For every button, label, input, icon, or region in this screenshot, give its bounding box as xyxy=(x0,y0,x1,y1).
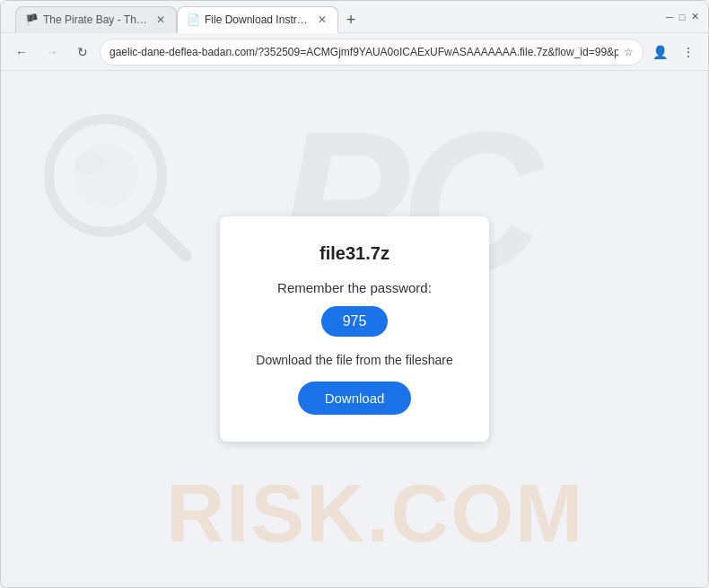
watermark-search-icon xyxy=(37,107,198,268)
back-button[interactable]: ← xyxy=(8,39,35,66)
address-input[interactable] xyxy=(109,46,618,58)
title-bar: 🏴 The Pirate Bay - The galaxy's m... ✕ 📄… xyxy=(1,1,708,33)
menu-button[interactable]: ⋮ xyxy=(676,39,701,65)
password-label: Remember the password: xyxy=(256,280,452,295)
tab1-label: The Pirate Bay - The galaxy's m... xyxy=(43,13,149,26)
svg-point-2 xyxy=(74,152,103,174)
download-card: file31.7z Remember the password: 975 Dow… xyxy=(220,216,488,442)
maximize-button[interactable]: □ xyxy=(676,11,688,23)
tabs-bar: 🏴 The Pirate Bay - The galaxy's m... ✕ 📄… xyxy=(15,1,663,33)
browser-window: 🏴 The Pirate Bay - The galaxy's m... ✕ 📄… xyxy=(0,0,709,588)
new-tab-button[interactable]: + xyxy=(338,8,363,33)
tab1-close-button[interactable]: ✕ xyxy=(154,13,167,26)
svg-point-0 xyxy=(49,119,162,233)
tab2-favicon-icon: 📄 xyxy=(187,13,199,26)
tab-file-download[interactable]: 📄 File Download Instructions for... ✕ xyxy=(177,6,338,33)
tab-pirate-bay[interactable]: 🏴 The Pirate Bay - The galaxy's m... ✕ xyxy=(15,6,177,33)
tab2-label: File Download Instructions for... xyxy=(205,13,311,26)
fileshare-text: Download the file from the fileshare xyxy=(256,353,452,367)
watermark-risk-text: RISK.COM xyxy=(166,468,584,560)
forward-button[interactable]: → xyxy=(39,39,66,66)
tab2-close-button[interactable]: ✕ xyxy=(316,13,328,26)
account-button[interactable]: 👤 xyxy=(647,39,672,65)
bookmark-icon[interactable]: ☆ xyxy=(624,46,634,58)
download-button[interactable]: Download xyxy=(298,382,412,415)
refresh-button[interactable]: ↻ xyxy=(69,39,96,66)
filename-text: file31.7z xyxy=(256,243,452,264)
svg-line-3 xyxy=(150,220,187,257)
minimize-button[interactable]: ─ xyxy=(663,11,676,23)
tab1-favicon-icon: 🏴 xyxy=(25,13,38,26)
address-bar[interactable]: ☆ xyxy=(100,39,643,66)
nav-bar: ← → ↻ ☆ 👤 ⋮ xyxy=(1,33,708,71)
window-close-button[interactable]: ✕ xyxy=(688,11,701,23)
svg-point-1 xyxy=(74,144,138,208)
page-content: PC RISK.COM file31.7z Remember the passw… xyxy=(1,71,708,587)
password-badge: 975 xyxy=(321,306,389,337)
